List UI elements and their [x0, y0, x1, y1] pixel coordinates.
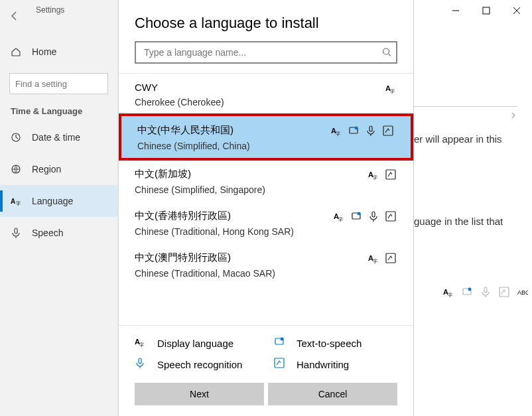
display-icon: [385, 83, 396, 94]
cancel-button[interactable]: Cancel: [268, 383, 397, 405]
minimize-button[interactable]: [440, 0, 471, 21]
hand-icon: [385, 169, 396, 180]
legend-label: Speech recognition: [157, 359, 242, 370]
legend-label: Display language: [157, 338, 233, 349]
display-icon: [368, 169, 379, 180]
tts-icon: [274, 336, 287, 350]
sidebar-item-label: Date & time: [32, 132, 80, 143]
sidebar-item-region[interactable]: Region: [0, 153, 117, 185]
sidebar-item-label: Region: [32, 164, 61, 174]
legend-display: Display language: [135, 336, 258, 350]
dialog-title: Choose a language to install: [119, 0, 413, 41]
abc-icon: [517, 287, 528, 297]
language-capabilities: [368, 253, 396, 263]
legend-tts: Text-to-speech: [274, 336, 397, 350]
legend-hand: Handwriting: [274, 358, 397, 371]
handwriting-icon: [274, 358, 287, 371]
dialog-buttons: Next Cancel: [119, 383, 413, 416]
capability-icon-row: [443, 287, 528, 297]
language-english-name: Chinese (Simplified, China): [137, 141, 395, 151]
legend-label: Text-to-speech: [297, 338, 362, 349]
next-button[interactable]: Next: [135, 383, 264, 405]
language-english-name: Chinese (Traditional, Hong Kong SAR): [135, 226, 397, 237]
display-icon: [334, 211, 344, 222]
tts-icon: [462, 287, 472, 297]
language-item[interactable]: 中文(新加坡)Chinese (Simplified, Singapore): [119, 160, 413, 202]
install-language-dialog: Choose a language to install CWYCherokee…: [118, 0, 414, 416]
language-capabilities: [368, 169, 396, 180]
legend-label: Handwriting: [297, 359, 349, 370]
divider: [414, 106, 517, 107]
language-capabilities: [334, 211, 396, 222]
sidebar-item-label: Language: [32, 196, 73, 206]
window-controls: [440, 0, 532, 21]
language-item[interactable]: 中文(澳門特別行政區)Chinese (Traditional, Macao S…: [119, 243, 413, 285]
clock-icon: [11, 132, 21, 143]
language-search-input[interactable]: [135, 41, 397, 64]
hand-icon: [385, 253, 396, 263]
sidebar-category: Time & Language: [0, 97, 117, 121]
tts-icon: [348, 125, 359, 136]
speech-icon: [366, 125, 376, 136]
home-icon: [11, 46, 21, 57]
main-hint-text-1: er will appear in this: [414, 133, 508, 146]
language-english-name: Cherokee (Cherokee): [135, 97, 397, 107]
az-icon: [11, 196, 21, 206]
mic-icon: [11, 228, 21, 238]
language-search[interactable]: [135, 41, 397, 64]
language-item[interactable]: CWYCherokee (Cherokee): [119, 74, 413, 114]
sidebar-item-date-time[interactable]: Date & time: [0, 121, 117, 153]
tts-icon: [351, 211, 362, 222]
find-setting-input[interactable]: [9, 73, 108, 94]
language-native-name: CWY: [135, 82, 397, 93]
hand-icon: [385, 211, 396, 222]
language-english-name: Chinese (Simplified, Singapore): [135, 184, 397, 195]
display-icon: [331, 125, 342, 136]
display-icon: [135, 336, 148, 350]
main-hint-text-2: guage in the list that: [414, 215, 508, 228]
display-icon: [443, 287, 454, 297]
sidebar-item-label: Home: [32, 46, 56, 57]
sidebar-item-label: Speech: [32, 228, 63, 238]
hand-icon: [383, 125, 393, 136]
globe-icon: [11, 164, 21, 174]
language-capabilities: [331, 125, 393, 136]
handwriting-icon: [499, 287, 509, 297]
app-title: Settings: [36, 5, 64, 15]
collapse-chevron[interactable]: [414, 110, 517, 122]
sidebar: Settings Home Time & Language Date & tim…: [0, 0, 118, 416]
language-capabilities: [385, 83, 396, 94]
mic-icon: [480, 287, 491, 297]
legend-speech: Speech recognition: [135, 358, 258, 371]
search-icon: [381, 47, 391, 58]
mic-icon: [135, 358, 148, 371]
maximize-button[interactable]: [471, 0, 501, 21]
capability-legend: Display language Text-to-speech Speech r…: [119, 325, 413, 383]
language-english-name: Chinese (Traditional, Macao SAR): [135, 268, 397, 279]
language-item[interactable]: 中文(香港特別行政區)Chinese (Traditional, Hong Ko…: [119, 202, 413, 243]
language-native-name: 中文(澳門特別行政區): [135, 251, 397, 264]
language-list[interactable]: CWYCherokee (Cherokee)中文(中华人民共和国)Chinese…: [119, 73, 413, 325]
sidebar-item-home[interactable]: Home: [0, 36, 117, 68]
language-item[interactable]: 中文(中华人民共和国)Chinese (Simplified, China): [119, 113, 413, 161]
back-button[interactable]: [0, 5, 29, 27]
find-setting-search[interactable]: [9, 73, 108, 94]
speech-icon: [368, 211, 379, 222]
sidebar-item-speech[interactable]: Speech: [0, 217, 117, 249]
close-button[interactable]: [501, 0, 532, 21]
sidebar-item-language[interactable]: Language: [0, 185, 117, 217]
display-icon: [368, 253, 379, 263]
language-native-name: 中文(新加坡): [135, 168, 397, 180]
